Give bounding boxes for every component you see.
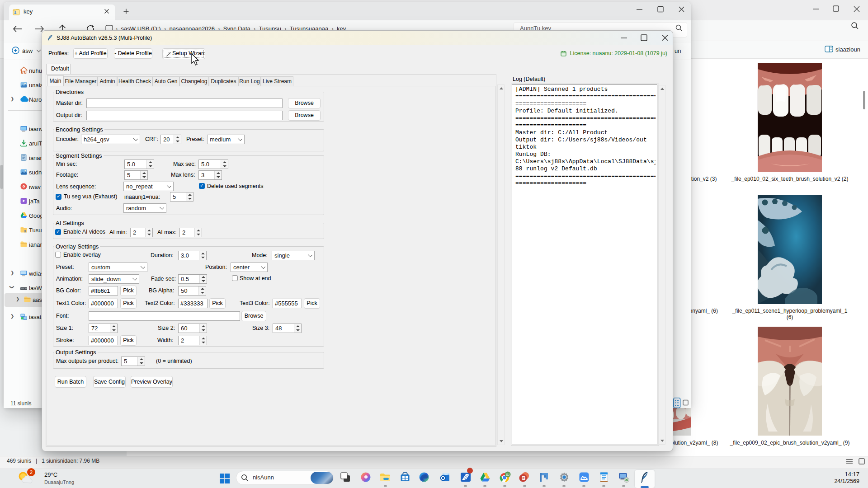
svg-text:P: P bbox=[522, 476, 524, 480]
svg-text:SJ: SJ bbox=[506, 473, 509, 476]
